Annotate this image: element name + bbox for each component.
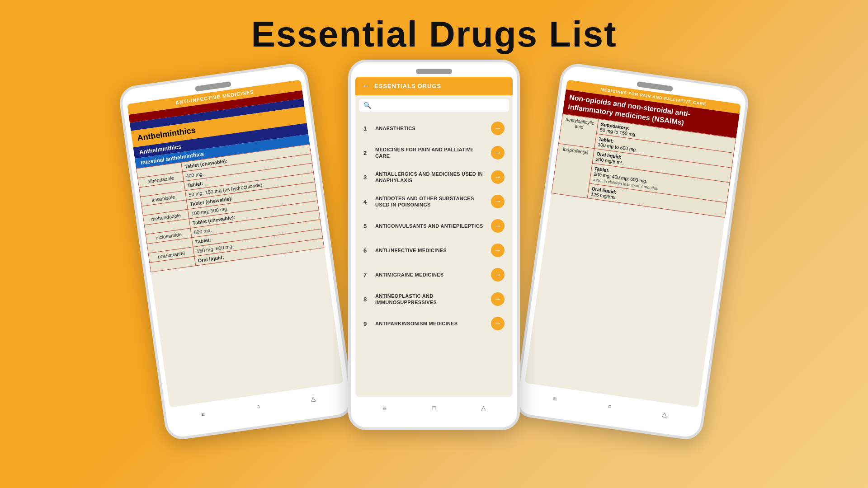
drug-name: ibuprofen(a) — [552, 143, 594, 198]
back-icon[interactable]: △ — [308, 394, 318, 404]
menu-num: 7 — [363, 272, 371, 278]
list-item[interactable]: 8 ANTINEOPLASTIC AND IMMUNOSUPPRESSIVES … — [359, 289, 509, 310]
menu-arrow-icon[interactable]: → — [491, 195, 505, 208]
center-header-title: Essentials Drugs — [374, 83, 441, 89]
menu-label: ANTI-INFECTIVE MEDICINES — [375, 247, 486, 253]
phone-center: ← Essentials Drugs 🔍 1 ANAESTHETICS → 2 … — [348, 60, 520, 430]
home-icon[interactable]: ○ — [605, 401, 615, 412]
menu-icon[interactable]: ≡ — [198, 409, 208, 419]
menu-num: 6 — [363, 247, 371, 254]
menu-label: ANAESTHETICS — [375, 125, 486, 131]
list-item[interactable]: 6 ANTI-INFECTIVE MEDICINES → — [359, 240, 509, 261]
right-screen: MEDICINES FOR PAIN AND PALLIATIVE CARE N… — [524, 80, 741, 407]
menu-label: ANTICONVULSANTS AND ANTIEPILEPTICS — [375, 223, 486, 229]
page-title: Essential Drugs List — [0, 0, 868, 55]
menu-num: 9 — [363, 320, 371, 327]
back-icon[interactable]: △ — [660, 409, 670, 419]
menu-num: 2 — [363, 150, 371, 156]
menu-num: 4 — [363, 198, 371, 205]
menu-arrow-icon[interactable]: → — [491, 170, 505, 184]
menu-icon[interactable]: ≡ — [550, 394, 560, 404]
search-bar[interactable]: 🔍 — [359, 99, 509, 112]
left-screen: ANTI-INFECTIVE MEDICINES Anthelminthics … — [127, 80, 344, 407]
menu-list: 1 ANAESTHETICS → 2 MEDICINES FOR PAIN AN… — [355, 115, 513, 337]
menu-arrow-icon[interactable]: → — [491, 317, 505, 330]
menu-num: 3 — [363, 174, 371, 181]
menu-label: ANTIMIGRAINE MEDICINES — [375, 272, 486, 278]
menu-arrow-icon[interactable]: → — [491, 292, 505, 306]
menu-label: ANTIALLERGICS AND MEDICINES USED IN ANAP… — [375, 171, 486, 184]
menu-label: ANTIPARKINSONISM MEDICINES — [375, 320, 486, 327]
menu-arrow-icon[interactable]: → — [491, 219, 505, 233]
list-item[interactable]: 2 MEDICINES FOR PAIN AND PALLIATIVE CARE… — [359, 142, 509, 163]
list-item[interactable]: 1 ANAESTHETICS → — [359, 118, 509, 139]
back-button[interactable]: ← — [362, 81, 370, 91]
home-icon[interactable]: □ — [429, 404, 439, 413]
phone-right: MEDICINES FOR PAIN AND PALLIATIVE CARE N… — [513, 61, 750, 441]
phone-left: ANTI-INFECTIVE MEDICINES Anthelminthics … — [118, 61, 355, 441]
center-screen: ← Essentials Drugs 🔍 1 ANAESTHETICS → 2 … — [355, 77, 513, 397]
center-header: ← Essentials Drugs — [355, 77, 513, 95]
menu-arrow-icon[interactable]: → — [491, 244, 505, 257]
menu-arrow-icon[interactable]: → — [491, 122, 505, 135]
list-item[interactable]: 5 ANTICONVULSANTS AND ANTIEPILEPTICS → — [359, 216, 509, 236]
menu-num: 5 — [363, 223, 371, 230]
menu-arrow-icon[interactable]: → — [491, 146, 505, 160]
home-icon[interactable]: ○ — [253, 401, 264, 412]
menu-num: 1 — [363, 125, 371, 132]
menu-label: ANTINEOPLASTIC AND IMMUNOSUPPRESSIVES — [375, 293, 486, 306]
menu-icon[interactable]: ≡ — [380, 404, 389, 413]
menu-arrow-icon[interactable]: → — [491, 268, 505, 282]
back-icon[interactable]: △ — [479, 404, 488, 413]
menu-num: 8 — [363, 296, 371, 303]
nav-bar-center: ≡ □ △ — [351, 397, 517, 419]
list-item[interactable]: 3 ANTIALLERGICS AND MEDICINES USED IN AN… — [359, 167, 509, 188]
speaker-center — [416, 69, 452, 74]
list-item[interactable]: 4 ANTIDOTES AND OTHER SUBSTANCES USED IN… — [359, 191, 509, 212]
menu-label: ANTIDOTES AND OTHER SUBSTANCES USED IN P… — [375, 195, 486, 208]
list-item[interactable]: 7 ANTIMIGRAINE MEDICINES → — [359, 264, 509, 285]
drug-name: acetylsalicylic acid — [559, 114, 599, 148]
list-item[interactable]: 9 ANTIPARKINSONISM MEDICINES → — [359, 313, 509, 334]
phones-container: ANTI-INFECTIVE MEDICINES Anthelminthics … — [0, 64, 868, 435]
menu-label: MEDICINES FOR PAIN AND PALLIATIVE CARE — [375, 146, 486, 160]
search-icon: 🔍 — [363, 102, 371, 109]
